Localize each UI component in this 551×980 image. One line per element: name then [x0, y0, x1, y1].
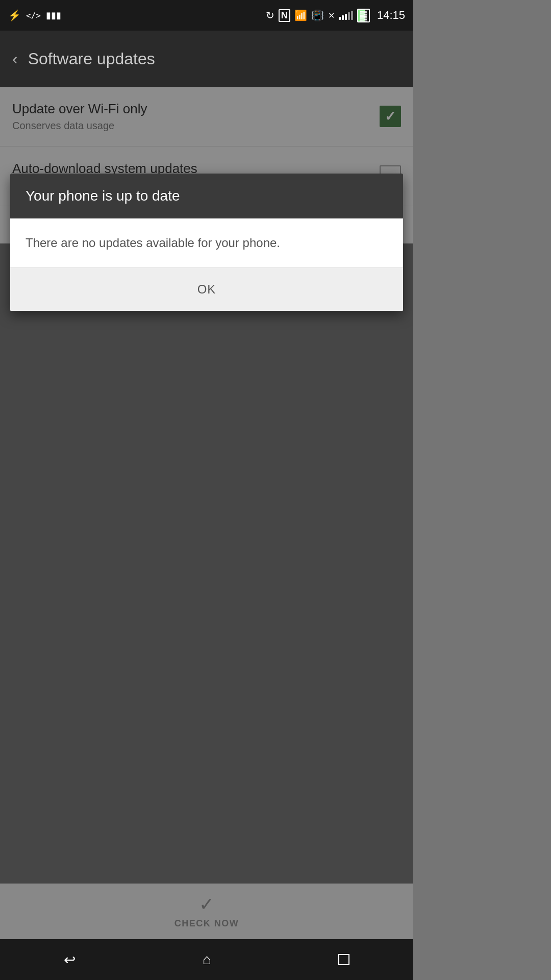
sim-icon: 📳: [311, 9, 324, 21]
dialog-overlay: Your phone is up to date There are no up…: [0, 87, 413, 980]
status-bar-left-icons: ⚡ </> ▮▮▮: [8, 9, 61, 21]
usb-icon: ⚡: [8, 9, 21, 21]
dialog-title: Your phone is up to date: [26, 188, 388, 204]
update-dialog: Your phone is up to date There are no up…: [10, 174, 403, 311]
dialog-button-area: OK: [10, 268, 403, 311]
check-now-area[interactable]: ✓ CHECK NOW: [0, 884, 413, 939]
signal-strength-icon: [339, 11, 353, 20]
page-title: Software updates: [28, 50, 155, 68]
status-bar-right-icons: ↻ N 📶 📳 ✕ ▓ 14:15: [266, 9, 405, 22]
check-now-icon: ✓: [199, 894, 214, 915]
nav-back-button[interactable]: ↩: [64, 951, 76, 968]
battery-icon: ▓: [357, 9, 370, 22]
sync-icon: ↻: [266, 9, 274, 21]
barcode-icon: ▮▮▮: [46, 10, 61, 21]
code-icon: </>: [26, 11, 41, 20]
nav-home-button[interactable]: ⌂: [203, 951, 211, 968]
dialog-message: There are no updates available for your …: [26, 234, 388, 252]
dialog-ok-button[interactable]: OK: [10, 268, 403, 311]
dialog-title-bar: Your phone is up to date: [10, 174, 403, 218]
close-icon: ✕: [328, 11, 335, 20]
check-now-label: CHECK NOW: [174, 918, 239, 929]
app-bar: ‹ Software updates: [0, 31, 413, 87]
nav-bar: ↩ ⌂: [0, 939, 413, 980]
wifi-icon: 📶: [294, 9, 307, 21]
dialog-body: There are no updates available for your …: [10, 218, 403, 268]
nfc-icon: N: [279, 9, 290, 22]
status-bar: ⚡ </> ▮▮▮ ↻ N 📶 📳 ✕ ▓ 14:15: [0, 0, 413, 31]
status-time: 14:15: [377, 9, 405, 22]
nav-recents-button[interactable]: [338, 954, 349, 965]
back-button[interactable]: ‹: [12, 50, 18, 68]
